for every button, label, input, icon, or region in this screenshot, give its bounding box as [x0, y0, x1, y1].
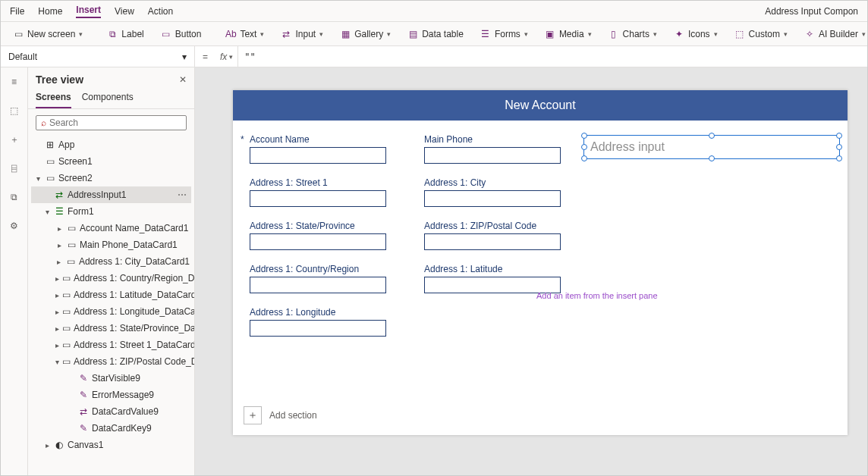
- tree-form[interactable]: ▾☰Form1: [31, 203, 191, 220]
- add-rail-button[interactable]: ＋: [5, 130, 24, 149]
- tree-child[interactable]: ✎StarVisible9: [31, 370, 191, 387]
- chart-icon: ▯: [609, 29, 619, 39]
- field-main-phone[interactable]: Main Phone: [424, 134, 576, 164]
- button-button[interactable]: ▭Button: [156, 27, 206, 42]
- tree-card[interactable]: ▸▭Address 1: Country/Region_DataCard1: [31, 270, 191, 287]
- tree-card[interactable]: ▸▭Address 1: City_DataCard1: [31, 253, 191, 270]
- more-icon[interactable]: ⋯: [178, 189, 190, 200]
- tree-list: ⊞App ▭Screen1 ▾▭Screen2 ⇄AddressInput1⋯ …: [28, 136, 194, 475]
- tree-screen1[interactable]: ▭Screen1: [31, 153, 191, 170]
- resize-handle[interactable]: [581, 155, 587, 161]
- fx-button[interactable]: fx▾: [215, 52, 237, 62]
- menu-home[interactable]: Home: [38, 6, 62, 17]
- add-section-button[interactable]: ＋ Add section: [244, 406, 317, 424]
- zip-input[interactable]: [424, 233, 561, 250]
- tree-app[interactable]: ⊞App: [31, 136, 191, 153]
- field-longitude[interactable]: Address 1: Longitude: [250, 307, 401, 337]
- field-latitude[interactable]: Address 1: Latitude: [424, 264, 576, 293]
- state-input[interactable]: [250, 233, 386, 250]
- resize-handle[interactable]: [581, 144, 587, 150]
- equals-label: =: [195, 52, 215, 62]
- tree-child[interactable]: ✎DataCardKey9: [31, 420, 191, 437]
- city-input[interactable]: [424, 190, 561, 207]
- resize-handle[interactable]: [709, 155, 715, 161]
- insert-hint[interactable]: Add an item from the insert pane: [536, 291, 658, 300]
- label-button[interactable]: ⧉Label: [102, 27, 148, 42]
- field-city[interactable]: Address 1: City: [424, 177, 576, 207]
- screen-icon: ▭: [13, 29, 24, 39]
- menu-action[interactable]: Action: [148, 6, 173, 17]
- gallery-button[interactable]: ▦Gallery▾: [335, 27, 395, 42]
- address-input-control[interactable]: Address input: [583, 135, 840, 159]
- formula-bar: Default▾ = fx▾ "": [1, 46, 867, 67]
- tree-search[interactable]: ⌕: [36, 115, 187, 130]
- country-input[interactable]: [250, 277, 386, 293]
- resize-handle[interactable]: [581, 133, 587, 139]
- field-country[interactable]: Address 1: Country/Region: [250, 264, 401, 293]
- settings-rail-button[interactable]: ⚙: [5, 216, 24, 236]
- text-button[interactable]: AbText▾: [221, 27, 269, 42]
- custom-button[interactable]: ⬚Custom▾: [730, 27, 792, 42]
- icons-icon: ✦: [674, 29, 684, 39]
- plus-icon: ＋: [244, 406, 262, 424]
- tree-screen2[interactable]: ▾▭Screen2: [31, 170, 191, 186]
- resize-handle[interactable]: [836, 155, 842, 161]
- new-screen-button[interactable]: ▭New screen▾: [8, 27, 87, 42]
- charts-button[interactable]: ▯Charts▾: [604, 27, 662, 42]
- tree-child[interactable]: ⇄DataCardValue9: [31, 403, 191, 420]
- insert-rail-button[interactable]: ⬚: [5, 101, 24, 121]
- resize-handle[interactable]: [709, 133, 715, 139]
- form-screen[interactable]: New Account Account Name Main Phone Addr…: [233, 90, 848, 435]
- data-rail-button[interactable]: ⌸: [5, 158, 24, 178]
- input-button[interactable]: ⇄Input▾: [276, 27, 328, 42]
- search-input[interactable]: [49, 117, 181, 128]
- tree-card[interactable]: ▸▭Account Name_DataCard1: [31, 220, 191, 236]
- account-input[interactable]: [250, 147, 386, 164]
- tree-card[interactable]: ▸▭Address 1: Longitude_DataCard1: [31, 303, 191, 320]
- data-table-button[interactable]: ▤Data table: [403, 27, 468, 42]
- close-icon[interactable]: ✕: [179, 74, 187, 85]
- tree-child[interactable]: ✎ErrorMessage9: [31, 387, 191, 403]
- input-icon: ⇄: [281, 29, 291, 39]
- tree-card[interactable]: ▸▭Address 1: Street 1_DataCard1: [31, 337, 191, 353]
- form-icon: ☰: [480, 29, 491, 39]
- chevron-down-icon: ▾: [182, 52, 187, 62]
- menu-insert[interactable]: Insert: [76, 5, 101, 18]
- tab-components[interactable]: Components: [82, 87, 134, 108]
- tree-view-rail-button[interactable]: ≡: [5, 72, 24, 92]
- tree-card[interactable]: ▸▭Main Phone_DataCard1: [31, 236, 191, 253]
- tab-screens[interactable]: Screens: [36, 87, 71, 108]
- field-street[interactable]: Address 1: Street 1: [250, 177, 401, 207]
- field-account-name[interactable]: Account Name: [250, 134, 401, 164]
- forms-button[interactable]: ☰Forms▾: [476, 27, 533, 42]
- media-button[interactable]: ▣Media▾: [540, 27, 596, 42]
- ai-icon: ✧: [804, 29, 815, 39]
- tree-canvas[interactable]: ▸◐Canvas1: [31, 437, 191, 453]
- menu-view[interactable]: View: [115, 6, 134, 17]
- tree-card[interactable]: ▸▭Address 1: Latitude_DataCard1: [31, 287, 191, 303]
- resize-handle[interactable]: [836, 133, 842, 139]
- street-input[interactable]: [250, 190, 386, 207]
- gallery-icon: ▦: [340, 29, 351, 39]
- ai-builder-button[interactable]: ✧AI Builder▾: [800, 27, 867, 42]
- menu-file[interactable]: File: [10, 6, 24, 17]
- formula-input[interactable]: "": [238, 52, 867, 62]
- left-rail: ≡ ⬚ ＋ ⌸ ⧉ ⚙: [1, 67, 28, 475]
- property-select[interactable]: Default▾: [1, 46, 195, 67]
- menu-bar: File Home Insert View Action Address Inp…: [1, 1, 867, 22]
- phone-input[interactable]: [424, 147, 561, 164]
- resize-handle[interactable]: [836, 144, 842, 150]
- media-rail-button[interactable]: ⧉: [5, 187, 24, 207]
- tree-addressinput[interactable]: ⇄AddressInput1⋯: [31, 186, 191, 203]
- custom-icon: ⬚: [734, 29, 745, 39]
- field-zip[interactable]: Address 1: ZIP/Postal Code: [424, 221, 576, 250]
- icons-button[interactable]: ✦Icons▾: [669, 27, 722, 42]
- field-state[interactable]: Address 1: State/Province: [250, 221, 401, 250]
- tree-card[interactable]: ▾▭Address 1: ZIP/Postal Code_DataCard1: [31, 353, 191, 370]
- canvas-area[interactable]: New Account Account Name Main Phone Addr…: [195, 67, 867, 475]
- label-icon: ⧉: [107, 29, 118, 39]
- tree-title: Tree view: [36, 74, 83, 86]
- lon-input[interactable]: [250, 320, 386, 337]
- media-icon: ▣: [545, 29, 555, 39]
- tree-card[interactable]: ▸▭Address 1: State/Province_DataCard1: [31, 320, 191, 337]
